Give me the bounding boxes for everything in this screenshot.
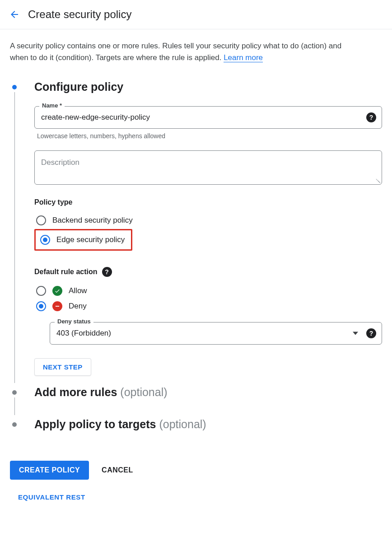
step-marker xyxy=(10,80,19,386)
stepper: Configure policy Name * create-new-edge-… xyxy=(10,80,382,450)
name-value: create-new-edge-security-policy xyxy=(41,113,150,121)
deny-status-select[interactable]: Deny status 403 (Forbidden) ? xyxy=(50,322,382,345)
rule-action-allow-option[interactable]: Allow xyxy=(34,283,382,299)
step-connector xyxy=(14,92,15,383)
name-label: Name * xyxy=(39,102,65,109)
check-circle-icon xyxy=(52,286,62,296)
default-rule-action-label: Default rule action ? xyxy=(34,267,382,277)
policy-type-backend-option[interactable]: Backend security policy xyxy=(34,213,382,228)
deny-status-field-wrap: Deny status 403 (Forbidden) ? xyxy=(50,322,382,345)
step-marker xyxy=(10,386,19,418)
radio-icon xyxy=(36,215,46,225)
page-title: Create security policy xyxy=(28,8,131,21)
step-dot-inactive-icon xyxy=(12,422,17,427)
default-rule-action-text: Default rule action xyxy=(34,268,98,276)
policy-type-backend-label: Backend security policy xyxy=(52,216,133,225)
optional-label: (optional) xyxy=(120,386,167,398)
policy-type-label: Policy type xyxy=(34,198,382,206)
rule-action-allow-label: Allow xyxy=(69,286,87,295)
step-heading-apply-targets-text: Apply policy to targets xyxy=(34,418,156,430)
step-connector xyxy=(14,397,15,415)
intro-body: A security policy contains one or more r… xyxy=(10,42,341,62)
step-marker xyxy=(10,418,19,450)
help-icon[interactable]: ? xyxy=(366,112,376,122)
deny-status-label: Deny status xyxy=(55,318,93,325)
learn-more-link[interactable]: Learn more xyxy=(224,53,263,62)
equivalent-rest-link[interactable]: EQUIVALENT REST xyxy=(18,493,382,501)
help-icon[interactable]: ? xyxy=(102,267,112,277)
step-dot-active-icon xyxy=(12,85,17,89)
step-heading-configure: Configure policy xyxy=(34,80,382,93)
name-helper-text: Lowercase letters, numbers, hyphens allo… xyxy=(37,132,382,140)
step-dot-inactive-icon xyxy=(12,390,17,395)
step-add-more-rules[interactable]: Add more rules (optional) xyxy=(10,386,382,418)
name-input[interactable]: Name * create-new-edge-security-policy ? xyxy=(34,106,382,129)
intro-text: A security policy contains one or more r… xyxy=(10,40,353,64)
back-arrow-icon[interactable] xyxy=(9,9,20,20)
rule-action-deny-option[interactable]: Deny xyxy=(34,299,382,314)
page-header: Create security policy xyxy=(0,0,392,29)
description-textarea[interactable]: Description xyxy=(34,150,382,185)
step-heading-apply-targets: Apply policy to targets (optional) xyxy=(34,418,382,431)
deny-status-value: 403 (Forbidden) xyxy=(56,329,111,337)
create-policy-button[interactable]: CREATE POLICY xyxy=(10,461,89,480)
policy-type-edge-option[interactable]: Edge security policy xyxy=(37,232,127,248)
step-heading-add-rules: Add more rules (optional) xyxy=(34,386,382,399)
step-configure-policy: Configure policy Name * create-new-edge-… xyxy=(10,80,382,386)
default-rule-radio-group: Allow Deny xyxy=(34,283,382,314)
optional-label: (optional) xyxy=(159,418,206,430)
svg-rect-0 xyxy=(56,306,59,307)
description-placeholder: Description xyxy=(41,158,79,167)
rule-action-deny-label: Deny xyxy=(69,302,87,311)
radio-selected-icon xyxy=(36,301,46,311)
footer-actions: CREATE POLICY CANCEL xyxy=(10,461,382,480)
next-step-button[interactable]: NEXT STEP xyxy=(34,358,91,376)
deny-circle-icon xyxy=(52,301,62,311)
help-icon[interactable]: ? xyxy=(366,328,376,338)
policy-type-radio-group: Backend security policy Edge security po… xyxy=(34,213,382,259)
resize-handle-icon[interactable] xyxy=(374,177,380,183)
chevron-down-icon xyxy=(353,332,358,335)
step-heading-add-rules-text: Add more rules xyxy=(34,386,117,398)
name-field-wrap: Name * create-new-edge-security-policy ? xyxy=(34,106,382,129)
radio-icon xyxy=(36,286,46,296)
highlight-edge-option: Edge security policy xyxy=(34,229,132,251)
main-content: A security policy contains one or more r… xyxy=(0,29,392,519)
radio-selected-icon xyxy=(40,235,50,245)
policy-type-edge-label: Edge security policy xyxy=(56,235,125,244)
step-apply-targets[interactable]: Apply policy to targets (optional) xyxy=(10,418,382,450)
cancel-button[interactable]: CANCEL xyxy=(102,466,133,474)
